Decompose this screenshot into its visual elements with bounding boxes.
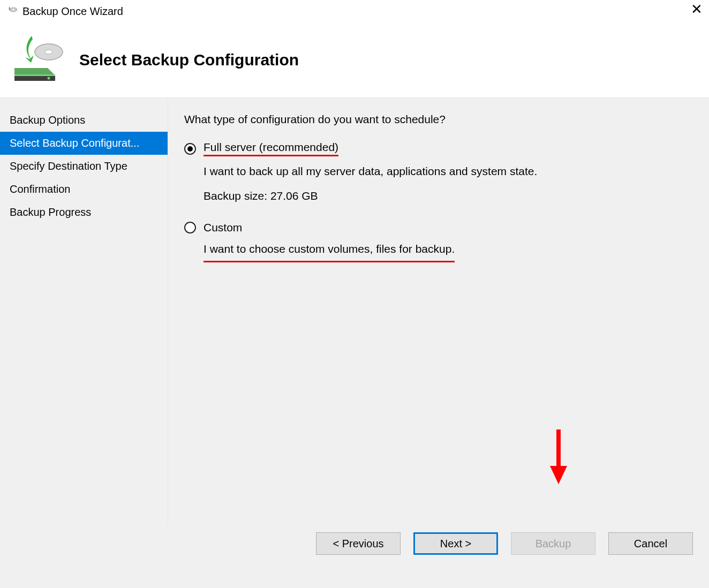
titlebar: Backup Once Wizard ✕ xyxy=(0,0,709,22)
wizard-content: What type of configuration do you want t… xyxy=(168,98,709,526)
option-full-server-size: Backup size: 27.06 GB xyxy=(203,186,693,206)
annotation-arrow-icon xyxy=(548,427,569,486)
option-full-server-label: Full server (recommended) xyxy=(203,141,338,156)
wizard-steps-sidebar: Backup Options Select Backup Configurat.… xyxy=(0,98,168,526)
previous-button[interactable]: < Previous xyxy=(316,532,401,555)
step-specify-destination-type[interactable]: Specify Destination Type xyxy=(0,155,168,178)
radio-custom[interactable] xyxy=(184,222,196,233)
option-full-server-description: I want to back up all my server data, ap… xyxy=(203,162,693,181)
window-title: Backup Once Wizard xyxy=(22,5,123,18)
wizard-body: Backup Options Select Backup Configurat.… xyxy=(0,97,709,526)
backup-button: Backup xyxy=(511,532,595,555)
option-custom-label: Custom xyxy=(203,221,242,234)
wizard-header: Select Backup Configuration xyxy=(0,22,709,97)
close-icon[interactable]: ✕ xyxy=(691,2,703,16)
svg-point-7 xyxy=(48,77,50,80)
step-confirmation[interactable]: Confirmation xyxy=(0,178,168,201)
option-full-server[interactable]: Full server (recommended) I want to back… xyxy=(184,141,693,205)
config-question: What type of configuration do you want t… xyxy=(184,113,693,126)
next-button[interactable]: Next > xyxy=(413,532,498,555)
app-icon xyxy=(6,5,18,17)
wizard-footer: < Previous Next > Backup Cancel xyxy=(0,526,709,588)
step-select-backup-configuration[interactable]: Select Backup Configurat... xyxy=(0,132,168,155)
backup-drive-icon xyxy=(10,33,69,87)
option-custom[interactable]: Custom I want to choose custom volumes, … xyxy=(184,221,693,262)
step-backup-options[interactable]: Backup Options xyxy=(0,109,168,132)
svg-rect-6 xyxy=(14,74,55,76)
svg-point-1 xyxy=(12,9,14,10)
page-title: Select Backup Configuration xyxy=(79,51,299,69)
cancel-button[interactable]: Cancel xyxy=(608,532,693,555)
step-backup-progress[interactable]: Backup Progress xyxy=(0,201,168,224)
radio-full-server[interactable] xyxy=(184,143,196,155)
svg-marker-9 xyxy=(550,466,567,484)
option-custom-description: I want to choose custom volumes, files f… xyxy=(203,239,455,262)
svg-point-4 xyxy=(45,50,52,54)
